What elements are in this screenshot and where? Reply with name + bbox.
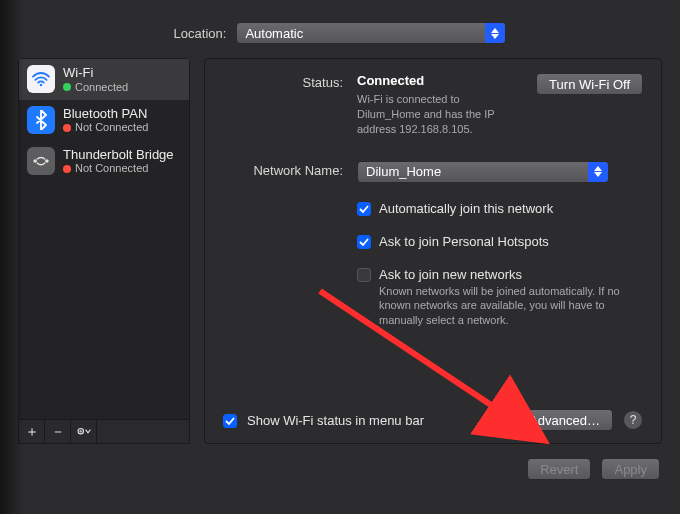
chevron-up-down-icon [485,23,505,43]
svg-point-1 [33,159,37,163]
new-networks-checkbox[interactable] [357,268,371,282]
location-select[interactable]: Automatic [236,22,506,44]
location-value: Automatic [245,26,303,41]
sidebar-item-thunderbolt[interactable]: Thunderbolt Bridge Not Connected [19,141,189,182]
status-dot-icon [63,165,71,173]
status-description: Wi-Fi is connected to Dilum_Home and has… [357,92,524,137]
advanced-button[interactable]: Advanced… [516,409,613,431]
sidebar-item-bluetooth[interactable]: Bluetooth PAN Not Connected [19,100,189,141]
new-networks-label: Ask to join new networks [379,267,522,282]
status-dot-icon [63,83,71,91]
help-button[interactable]: ? [623,410,643,430]
apply-button[interactable]: Apply [601,458,660,480]
wifi-icon [27,65,55,93]
network-name-select[interactable]: Dilum_Home [357,161,609,183]
sidebar-item-label: Thunderbolt Bridge [63,147,174,163]
status-value: Connected [357,73,524,88]
svg-point-0 [40,84,43,87]
sidebar-item-label: Wi-Fi [63,65,128,81]
menubar-label: Show Wi-Fi status in menu bar [247,413,424,428]
new-networks-description: Known networks will be joined automatica… [379,284,639,329]
hotspots-checkbox[interactable] [357,235,371,249]
status-label: Status: [223,73,343,90]
status-dot-icon [63,124,71,132]
menubar-checkbox[interactable] [223,414,237,428]
location-label: Location: [174,26,227,41]
action-menu-button[interactable] [71,420,97,443]
auto-join-label: Automatically join this network [379,201,553,216]
wifi-toggle-button[interactable]: Turn Wi-Fi Off [536,73,643,95]
network-sidebar: Wi-Fi Connected Bluetooth PAN Not Connec… [18,58,190,444]
remove-button[interactable]: － [45,420,71,443]
network-name-value: Dilum_Home [366,164,441,179]
thunderbolt-icon [27,147,55,175]
network-name-label: Network Name: [223,161,343,178]
chevron-up-down-icon [588,162,608,182]
revert-button[interactable]: Revert [527,458,591,480]
sidebar-item-label: Bluetooth PAN [63,106,148,122]
auto-join-checkbox[interactable] [357,202,371,216]
svg-point-2 [45,159,49,163]
bluetooth-icon [27,106,55,134]
detail-panel: Status: Connected Wi-Fi is connected to … [204,58,662,444]
sidebar-toolbar: ＋ － [19,419,189,443]
hotspots-label: Ask to join Personal Hotspots [379,234,549,249]
sidebar-item-wifi[interactable]: Wi-Fi Connected [19,59,189,100]
add-button[interactable]: ＋ [19,420,45,443]
